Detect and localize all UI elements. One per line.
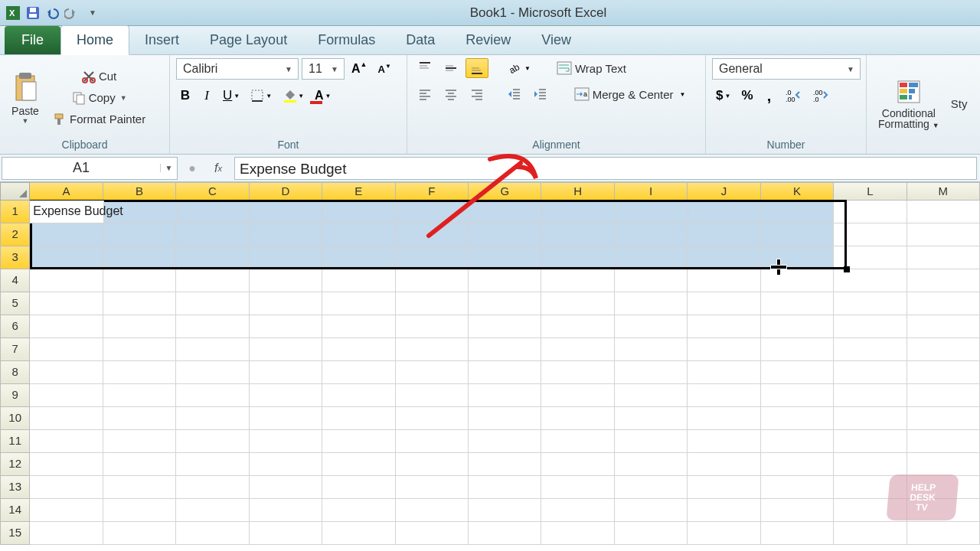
row-header[interactable]: 2 [0, 223, 30, 246]
cell[interactable] [761, 292, 834, 315]
column-header[interactable]: J [688, 182, 760, 201]
cell[interactable] [250, 476, 322, 499]
percent-button[interactable]: % [737, 86, 756, 106]
cell[interactable] [541, 430, 614, 453]
cell[interactable] [541, 223, 614, 246]
cell[interactable] [907, 407, 980, 430]
row-header[interactable]: 4 [0, 269, 30, 292]
tab-home[interactable]: Home [60, 25, 129, 55]
cell[interactable] [176, 384, 249, 407]
cell[interactable] [30, 315, 103, 338]
cell[interactable] [688, 338, 760, 361]
cell[interactable] [834, 223, 906, 246]
cell[interactable] [907, 522, 980, 545]
cell[interactable] [396, 223, 469, 246]
cell[interactable] [322, 430, 395, 453]
cell[interactable] [615, 384, 688, 407]
cell[interactable] [469, 499, 541, 522]
fill-color-button[interactable]: ▼ [279, 86, 308, 106]
cell[interactable] [688, 315, 760, 338]
cell[interactable] [250, 292, 322, 315]
column-header[interactable]: F [396, 182, 469, 201]
cell[interactable] [615, 338, 688, 361]
cell[interactable] [250, 384, 322, 407]
cell[interactable] [250, 453, 322, 476]
cell[interactable] [322, 292, 395, 315]
cell[interactable] [250, 499, 322, 522]
align-middle-button[interactable] [439, 58, 462, 78]
cell[interactable] [30, 292, 103, 315]
cell[interactable] [176, 338, 249, 361]
save-icon[interactable] [24, 5, 41, 21]
cell[interactable] [322, 522, 395, 545]
cell[interactable] [761, 453, 834, 476]
row-header[interactable]: 8 [0, 361, 30, 384]
column-header[interactable]: M [907, 182, 980, 201]
cell[interactable] [469, 407, 541, 430]
cell[interactable] [615, 201, 688, 223]
cell[interactable] [178, 201, 250, 223]
cell[interactable] [761, 499, 834, 522]
cell[interactable] [761, 223, 834, 246]
cell[interactable] [176, 476, 249, 499]
currency-button[interactable]: $▼ [712, 86, 734, 106]
font-color-button[interactable]: A▼ [311, 86, 335, 106]
cell[interactable] [688, 430, 760, 453]
increase-decimal-button[interactable]: .0.00 [782, 86, 806, 106]
cell[interactable] [250, 223, 322, 246]
cell[interactable] [469, 315, 541, 338]
cell[interactable] [541, 499, 614, 522]
cell[interactable] [322, 246, 395, 269]
italic-button[interactable]: I [198, 86, 216, 106]
cell[interactable] [469, 430, 541, 453]
cell[interactable] [396, 338, 469, 361]
tab-data[interactable]: Data [390, 26, 450, 54]
column-header[interactable]: H [541, 182, 614, 201]
column-header[interactable]: I [615, 182, 688, 201]
cell[interactable] [176, 407, 249, 430]
redo-icon[interactable] [64, 5, 81, 21]
cell[interactable] [688, 246, 760, 269]
cell[interactable] [30, 361, 103, 384]
decrease-font-button[interactable]: A▼ [374, 59, 394, 79]
cell[interactable] [250, 361, 322, 384]
cell[interactable] [907, 223, 980, 246]
bold-button[interactable]: B [176, 86, 194, 106]
row-header[interactable]: 12 [0, 453, 30, 476]
cell[interactable] [615, 292, 688, 315]
cell[interactable] [615, 453, 688, 476]
cell[interactable] [103, 453, 176, 476]
comma-button[interactable]: , [760, 86, 779, 106]
cell[interactable] [469, 361, 541, 384]
cell[interactable] [541, 315, 614, 338]
cell[interactable] [907, 430, 980, 453]
cell[interactable] [322, 453, 395, 476]
cell[interactable] [322, 361, 395, 384]
column-header[interactable]: A [30, 182, 103, 201]
row-header[interactable]: 9 [0, 384, 30, 407]
cell[interactable] [907, 315, 980, 338]
cell[interactable] [469, 338, 541, 361]
cell[interactable] [834, 292, 906, 315]
cell[interactable] [761, 315, 834, 338]
cell[interactable] [396, 476, 469, 499]
cell[interactable] [322, 338, 395, 361]
format-painter-button[interactable]: Format Painter [49, 109, 149, 129]
qat-customize-icon[interactable]: ▼ [84, 5, 101, 21]
cell[interactable] [761, 269, 834, 292]
cell[interactable] [103, 269, 176, 292]
cell[interactable] [30, 269, 103, 292]
cell[interactable] [396, 453, 469, 476]
cell[interactable] [103, 315, 176, 338]
cell[interactable] [469, 476, 541, 499]
cell[interactable] [103, 522, 176, 545]
cell[interactable] [176, 246, 249, 269]
fx-button[interactable]: fx [208, 158, 228, 178]
increase-font-button[interactable]: A▲ [348, 59, 371, 79]
cell[interactable] [688, 269, 760, 292]
row-header[interactable]: 10 [0, 407, 30, 430]
undo-icon[interactable] [44, 5, 61, 21]
cell[interactable] [834, 453, 906, 476]
cell[interactable] [176, 361, 249, 384]
number-format-combo[interactable]: General ▼ [712, 58, 861, 80]
